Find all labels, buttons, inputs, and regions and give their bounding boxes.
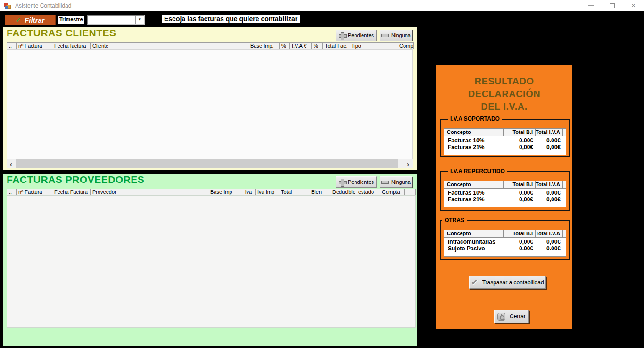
- chevron-right-icon: ›: [407, 160, 409, 168]
- column-header-Compta[interactable]: Compta: [397, 43, 414, 49]
- column-header-estado[interactable]: estado: [356, 189, 380, 195]
- column-header-Total[interactable]: Total: [279, 189, 309, 195]
- column-header-Fecha factura[interactable]: Fecha factura: [52, 43, 91, 49]
- filtrar-button[interactable]: ✔ Filtrar: [5, 15, 56, 25]
- column-header-nº Factura[interactable]: nº Factura: [17, 43, 52, 49]
- column-header-Base Imp[interactable]: Base Imp: [208, 189, 243, 195]
- trimestre-combobox[interactable]: ▼: [87, 15, 145, 25]
- column-header-%[interactable]: %: [280, 43, 290, 49]
- toolbar: ✔ Filtrar Trimestre ▼ Escoja las factura…: [0, 11, 644, 27]
- groupbox-iva-repercutido: I.V.A REPERCUTIDO ConceptoTotal B.ITotal…: [440, 171, 570, 211]
- facturas-clientes-panel: FACTURAS CLIENTES Pendientes Ninguna ..n…: [3, 27, 417, 170]
- column-header-%[interactable]: %: [312, 43, 323, 49]
- result-row: Sujeto Pasivo0.00€0.00€: [444, 245, 566, 252]
- iva-soportado-table: ConceptoTotal B.ITotal I.V.AFacturas 10%…: [444, 128, 566, 155]
- column-header-Proveedor[interactable]: Proveedor: [91, 189, 208, 195]
- scroll-left-button[interactable]: ‹: [7, 159, 16, 168]
- result-concept: Facturas 21%: [444, 196, 504, 203]
- minimize-button[interactable]: [580, 0, 602, 11]
- iva-repercutido-table: ConceptoTotal B.ITotal I.V.AFacturas 10%…: [444, 181, 566, 207]
- result-value: 0.00€: [536, 190, 563, 196]
- ninguna-label: Ninguna: [391, 179, 411, 185]
- result-value: 0,00€: [536, 196, 563, 203]
- result-concept: Facturas 21%: [444, 144, 504, 150]
- result-row: Intracomunitarias0,00€0,00€: [444, 239, 566, 245]
- column-header-nº Factura[interactable]: nº Factura: [17, 189, 52, 195]
- restore-button[interactable]: [602, 0, 623, 11]
- column-header-iva[interactable]: iva: [243, 189, 256, 195]
- result-column-filler: [563, 129, 566, 136]
- scroll-thumb[interactable]: [16, 159, 398, 168]
- result-concept: Intracomunitarias: [444, 239, 504, 245]
- result-column-header: Total B.I: [504, 181, 536, 188]
- pendientes-label: Pendientes: [348, 33, 374, 38]
- result-value: 0.00€: [504, 190, 536, 196]
- column-header-Tipo[interactable]: Tipo: [349, 43, 397, 49]
- check-icon: ✔: [471, 277, 478, 287]
- proveedores-grid-body[interactable]: [7, 195, 416, 328]
- column-header-Iva Imp[interactable]: Iva Imp: [256, 189, 279, 195]
- combobox-dropdown-button[interactable]: ▼: [135, 16, 144, 24]
- column-header-I.V.A €[interactable]: I.V.A €: [290, 43, 312, 49]
- pendientes-label: Pendientes: [348, 179, 374, 185]
- result-value: 0,00€: [504, 144, 536, 150]
- result-concept: Sujeto Pasivo: [444, 245, 504, 252]
- clientes-title: FACTURAS CLIENTES: [7, 27, 116, 39]
- minus-icon: [381, 181, 389, 184]
- result-concept: Facturas 10%: [444, 190, 504, 196]
- result-column-filler: [563, 230, 566, 237]
- result-value: 0,00€: [504, 239, 536, 245]
- proveedores-title: FACTURAS PROVEEDORES: [7, 174, 144, 185]
- result-value: 0.00€: [536, 245, 563, 252]
- instruction-label: Escoja las facturas que quiere contabili…: [162, 15, 300, 23]
- clientes-horizontal-scrollbar[interactable]: ‹ ›: [7, 159, 413, 168]
- column-header-Deducible[interactable]: Deducible: [330, 189, 356, 195]
- column-header-Fecha Factura[interactable]: Fecha Factura: [52, 189, 91, 195]
- cerrar-button[interactable]: Cerrar: [494, 310, 529, 323]
- resultado-title-line: DEL I.V.A.: [436, 100, 572, 113]
- scroll-right-button[interactable]: ›: [404, 159, 413, 168]
- app-icon: [4, 2, 11, 9]
- chevron-down-icon: ▼: [138, 17, 142, 22]
- column-header-blank[interactable]: [405, 189, 416, 195]
- close-button[interactable]: ×: [623, 0, 644, 11]
- result-row: Facturas 10%0.00€0.00€: [444, 137, 566, 144]
- column-header-Total Fac.[interactable]: Total Fac.: [323, 43, 349, 49]
- result-value: 0,00€: [536, 144, 563, 150]
- result-column-header: Total I.V.A: [536, 181, 563, 188]
- groupbox-iva-soportado: I.V.A SOPORTADO ConceptoTotal B.ITotal I…: [440, 119, 570, 157]
- groupbox-label: OTRAS: [442, 217, 467, 224]
- plus-icon: [339, 32, 346, 39]
- result-column-filler: [563, 181, 566, 188]
- app-window: Asistente Contabilidad × ✔ Filtrar Trime…: [0, 0, 644, 348]
- result-value: 0,00€: [504, 196, 536, 203]
- column-header-Base Imp.[interactable]: Base Imp.: [248, 43, 280, 49]
- traspasar-label: Traspasar a contabilidad: [482, 279, 544, 286]
- column-header-Bien[interactable]: Bien: [309, 189, 330, 195]
- proveedores-ninguna-button[interactable]: Ninguna: [380, 176, 412, 188]
- clientes-pendientes-button[interactable]: Pendientes: [336, 30, 377, 41]
- clientes-grid-body[interactable]: [7, 49, 413, 159]
- combobox-value: [88, 16, 135, 24]
- traspasar-button[interactable]: ✔ Traspasar a contabilidad: [469, 276, 546, 289]
- resultado-panel: RESULTADO DECLARACIÓN DEL I.V.A. I.V.A S…: [436, 65, 572, 329]
- result-row: Facturas 10%0.00€0.00€: [444, 190, 566, 196]
- result-value: 0.00€: [504, 137, 536, 144]
- column-header-Cliente[interactable]: Cliente: [91, 43, 248, 49]
- result-column-header: Total B.I: [504, 129, 536, 136]
- otras-table: ConceptoTotal B.ITotal I.V.AIntracomunit…: [444, 230, 566, 257]
- facturas-proveedores-panel: FACTURAS PROVEEDORES Pendientes Ninguna …: [3, 174, 417, 346]
- resultado-title: RESULTADO DECLARACIÓN DEL I.V.A.: [436, 75, 572, 113]
- column-header-..[interactable]: ..: [7, 189, 17, 195]
- groupbox-label: I.V.A REPERCUTIDO: [448, 168, 507, 174]
- plus-icon: [339, 179, 346, 186]
- clientes-ninguna-button[interactable]: Ninguna: [380, 30, 412, 41]
- column-header-..[interactable]: ..: [7, 43, 17, 49]
- result-row: Facturas 21%0,00€0,00€: [444, 144, 566, 150]
- power-icon: [497, 313, 505, 321]
- groupbox-label: I.V.A SOPORTADO: [448, 116, 502, 122]
- column-header-Compta[interactable]: Compta: [380, 189, 405, 195]
- proveedores-pendientes-button[interactable]: Pendientes: [336, 176, 377, 188]
- trimestre-label: Trimestre: [58, 16, 84, 24]
- result-column-header: Total I.V.A: [536, 230, 563, 237]
